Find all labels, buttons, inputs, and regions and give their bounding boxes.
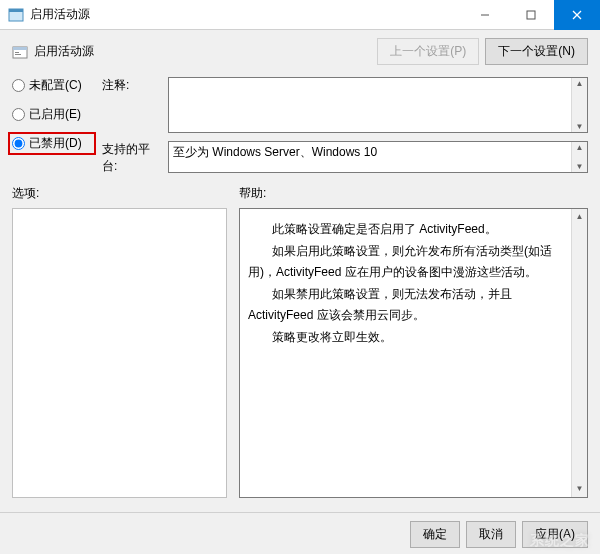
comment-label: 注释: [102,77,162,94]
svg-rect-8 [15,52,19,53]
platform-label: 支持的平台: [102,141,162,175]
scroll-up-icon[interactable]: ▲ [575,78,585,89]
titlebar: 启用活动源 [0,0,600,30]
help-text: 策略更改将立即生效。 [248,327,567,347]
svg-rect-7 [13,47,27,50]
platform-value: 至少为 Windows Server、Windows 10 [173,145,377,159]
close-button[interactable] [554,0,600,30]
scroll-down-icon[interactable]: ▼ [575,121,585,132]
scroll-down-icon[interactable]: ▼ [575,161,585,172]
ok-button[interactable]: 确定 [410,521,460,548]
radio-disabled[interactable]: 已禁用(D) [8,132,96,155]
scroll-down-icon[interactable]: ▼ [575,481,585,497]
radio-enabled[interactable]: 已启用(E) [12,106,92,123]
scrollbar[interactable]: ▲ ▼ [571,209,587,497]
dialog-header: 启用活动源 [12,43,94,60]
scrollbar[interactable]: ▲ ▼ [571,142,587,172]
next-setting-button[interactable]: 下一个设置(N) [485,38,588,65]
radio-not-configured-label: 未配置(C) [29,77,82,94]
svg-rect-3 [527,11,535,19]
minimize-button[interactable] [462,0,508,30]
options-label: 选项: [12,185,227,202]
apply-button[interactable]: 应用(A) [522,521,588,548]
radio-not-configured[interactable]: 未配置(C) [12,77,92,94]
radio-disabled-label: 已禁用(D) [29,135,82,152]
radio-not-configured-input[interactable] [12,79,25,92]
help-text: 如果启用此策略设置，则允许发布所有活动类型(如适用)，ActivityFeed … [248,241,567,282]
policy-icon [12,44,28,60]
radio-enabled-label: 已启用(E) [29,106,81,123]
platform-box: 至少为 Windows Server、Windows 10 ▲ ▼ [168,141,588,173]
window-icon [8,7,24,23]
cancel-button[interactable]: 取消 [466,521,516,548]
dialog-title: 启用活动源 [34,43,94,60]
radio-disabled-input[interactable] [12,137,25,150]
scrollbar[interactable]: ▲ ▼ [571,78,587,132]
svg-rect-1 [9,9,23,12]
dialog-footer: 确定 取消 应用(A) 系统之家 [0,512,600,554]
scroll-up-icon[interactable]: ▲ [575,209,585,225]
help-text: 此策略设置确定是否启用了 ActivityFeed。 [248,219,567,239]
help-text: 如果禁用此策略设置，则无法发布活动，并且 ActivityFeed 应该会禁用云… [248,284,567,325]
help-label: 帮助: [239,185,588,202]
scroll-up-icon[interactable]: ▲ [575,142,585,153]
radio-enabled-input[interactable] [12,108,25,121]
options-panel [12,208,227,498]
svg-rect-9 [15,54,21,55]
maximize-button[interactable] [508,0,554,30]
window-title: 启用活动源 [30,6,462,23]
prev-setting-button[interactable]: 上一个设置(P) [377,38,479,65]
comment-textarea[interactable]: ▲ ▼ [168,77,588,133]
help-panel: 此策略设置确定是否启用了 ActivityFeed。 如果启用此策略设置，则允许… [239,208,588,498]
window-controls [462,0,600,30]
